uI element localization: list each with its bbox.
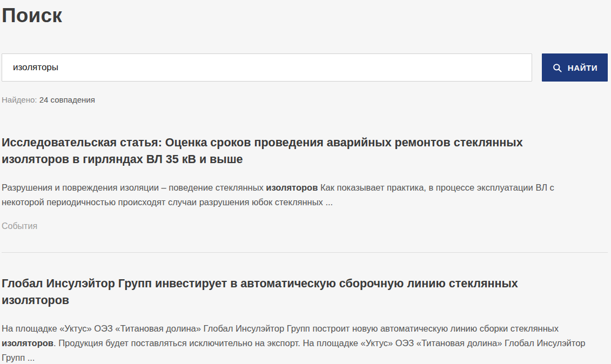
result-snippet: Разрушения и повреждения изоляции – пове… [2,180,596,209]
search-page: Поиск НАЙТИ Найдено: 24 совпадения Иссле… [0,0,611,364]
snippet-text: Разрушения и повреждения изоляции – пове… [2,183,266,192]
search-bar: НАЙТИ [2,53,608,82]
results-summary-value: 24 совпадения [39,95,95,104]
search-icon [552,63,562,73]
search-result: Исследовательская статья: Оценка сроков … [2,134,608,231]
search-submit-button[interactable]: НАЙТИ [542,53,608,82]
search-input[interactable] [2,53,532,82]
results-summary: Найдено: 24 совпадения [2,95,608,104]
result-snippet: На площадке «Уктус» ОЭЗ «Титановая долин… [2,321,596,364]
search-result: Глобал Инсулэйтор Групп инвестирует в ав… [2,275,608,364]
snippet-text: . Продукция будет поставляться исключите… [2,338,586,362]
result-title-link[interactable]: Исследовательская статья: Оценка сроков … [2,134,574,168]
snippet-text: На площадке «Уктус» ОЭЗ «Титановая долин… [2,323,559,333]
result-divider [2,252,608,253]
result-category: События [2,221,608,231]
page-title: Поиск [2,4,608,27]
results-summary-label: Найдено: [2,95,37,104]
result-title-link[interactable]: Глобал Инсулэйтор Групп инвестирует в ав… [2,275,574,309]
search-button-label: НАЙТИ [568,63,597,72]
snippet-highlight: изоляторов [2,338,53,348]
snippet-highlight: изоляторов [266,183,318,192]
